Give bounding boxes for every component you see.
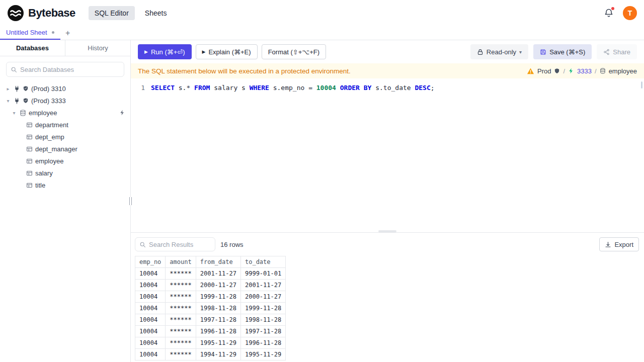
tree-item-table-employee[interactable]: employee <box>0 155 130 167</box>
sql-editor[interactable]: 1 SELECT s.* FROM salary s WHERE s.emp_n… <box>131 78 644 232</box>
column-header-to_date[interactable]: to_date <box>240 256 285 268</box>
tree-item-instance--prod-3333[interactable]: ▾(Prod) 3333 <box>0 95 130 107</box>
share-button[interactable]: Share <box>597 44 637 59</box>
sheet-tab-untitled[interactable]: Untitled Sheet <box>0 26 60 40</box>
database-link[interactable]: employee <box>609 67 637 75</box>
add-sheet-button[interactable]: + <box>60 26 75 40</box>
table-icon <box>26 122 33 128</box>
table-icon <box>26 182 33 189</box>
table-cell: 1996-11-28 <box>196 326 240 337</box>
readonly-mode-button[interactable]: Read-only ▾ <box>470 44 528 59</box>
column-header-from_date[interactable]: from_date <box>196 256 240 268</box>
bolt-icon[interactable] <box>119 110 125 116</box>
chevron-down-icon[interactable]: ▾ <box>11 110 17 116</box>
table-cell: 10004 <box>135 314 166 326</box>
table-row[interactable]: 10004******1994-11-291995-11-29 <box>135 349 286 360</box>
save-icon <box>540 49 546 55</box>
panel-split-handle[interactable] <box>378 230 396 232</box>
table-cell: ****** <box>166 280 196 291</box>
separator: / <box>563 67 565 75</box>
table-cell: 1999-11-28 <box>240 303 285 314</box>
toolbar-right: Read-only ▾ Save (⌘+S) <box>470 44 637 59</box>
table-cell: 2000-11-27 <box>240 291 285 303</box>
export-button[interactable]: Export <box>599 237 639 251</box>
tree-item-table-dept-manager[interactable]: dept_manager <box>0 143 130 155</box>
tree-item-table-dept-emp[interactable]: dept_emp <box>0 131 130 143</box>
unsaved-indicator-dot <box>52 31 54 34</box>
table-cell: 1999-11-28 <box>196 291 240 303</box>
table-cell: 10004 <box>135 337 166 349</box>
table-cell: 10004 <box>135 291 166 303</box>
download-icon <box>605 241 611 248</box>
tree-item-database-employee[interactable]: ▾employee <box>0 107 130 119</box>
chevron-down-icon[interactable]: ▾ <box>5 98 11 104</box>
sql-code-line[interactable]: SELECT s.* FROM salary s WHERE s.emp_no … <box>151 83 435 232</box>
table-icon <box>26 158 33 164</box>
table-cell: 9999-01-01 <box>240 268 285 280</box>
format-button[interactable]: Format (⇧+⌥+F) <box>262 44 326 59</box>
readonly-label: Read-only <box>487 48 516 56</box>
explain-button[interactable]: ▶ Explain (⌘+E) <box>196 44 258 59</box>
table-row[interactable]: 10004******1999-11-282000-11-27 <box>135 291 286 303</box>
table-icon <box>26 134 33 140</box>
column-header-amount[interactable]: amount <box>166 256 196 268</box>
table-row[interactable]: 10004******1998-11-281999-11-28 <box>135 303 286 314</box>
environment-label[interactable]: Prod <box>537 67 551 75</box>
sql-token-plain: salary s <box>210 84 249 92</box>
tree-item-label: dept_emp <box>35 133 64 141</box>
editor-scrollbar[interactable] <box>641 81 642 88</box>
share-icon <box>603 49 610 55</box>
table-cell: ****** <box>166 349 196 360</box>
table-row[interactable]: 10004******1995-11-291996-11-28 <box>135 337 286 349</box>
tab-databases[interactable]: Databases <box>0 40 65 56</box>
table-row[interactable]: 10004******2001-11-279999-01-01 <box>135 268 286 280</box>
table-row[interactable]: 10004******2000-11-272001-11-27 <box>135 280 286 291</box>
tree-item-table-title[interactable]: title <box>0 179 130 191</box>
notification-bell-button[interactable] <box>604 8 614 18</box>
sql-token-plain: ; <box>431 84 435 92</box>
chevron-right-icon[interactable]: ▸ <box>5 86 11 92</box>
table-cell: 10004 <box>135 268 166 280</box>
share-button-label: Share <box>613 48 630 56</box>
table-icon <box>26 170 33 176</box>
sql-token-keyword: ORDER BY <box>340 84 372 92</box>
table-cell: ****** <box>166 337 196 349</box>
line-number: 1 <box>131 83 151 232</box>
bytebase-logo[interactable]: Bytebase <box>7 5 75 22</box>
main-layout: Databases History ▸(Prod) 3310▾(Prod) 33… <box>0 40 644 362</box>
row-count: 16 rows <box>220 241 244 248</box>
table-row[interactable]: 10004******1997-11-281998-11-28 <box>135 314 286 326</box>
instance-link[interactable]: 3333 <box>577 67 592 75</box>
tree-item-table-department[interactable]: department <box>0 119 130 131</box>
nav-sheets[interactable]: Sheets <box>139 6 173 20</box>
plug-icon <box>14 85 20 92</box>
table-cell: 1996-11-28 <box>240 337 285 349</box>
bolt-icon <box>568 68 574 74</box>
table-cell: 10004 <box>135 349 166 360</box>
tree-item-instance--prod-3310[interactable]: ▸(Prod) 3310 <box>0 82 130 95</box>
lock-icon <box>477 49 484 55</box>
table-cell: 1995-11-29 <box>196 337 240 349</box>
table-row[interactable]: 10004******1996-11-281997-11-28 <box>135 326 286 337</box>
editor-toolbar: ▶ Run (⌘+⏎) ▶ Explain (⌘+E) Format (⇧+⌥+… <box>131 40 644 63</box>
table-cell: 10004 <box>135 280 166 291</box>
run-button[interactable]: ▶ Run (⌘+⏎) <box>138 44 192 59</box>
play-icon: ▶ <box>202 50 206 54</box>
separator: / <box>595 67 597 75</box>
sql-token-number: 10004 <box>316 84 336 92</box>
avatar[interactable]: T <box>623 6 637 20</box>
tree-item-table-salary[interactable]: salary <box>0 167 130 179</box>
tab-history[interactable]: History <box>65 40 130 56</box>
nav-sql-editor[interactable]: SQL Editor <box>89 6 135 20</box>
table-cell: 1998-11-28 <box>196 303 240 314</box>
protected-environment-banner: The SQL statement below will be executed… <box>131 63 644 78</box>
export-button-label: Export <box>614 241 633 248</box>
results-header: 16 rows Export <box>131 233 644 256</box>
table-cell: 10004 <box>135 303 166 314</box>
tree-item-label: salary <box>35 169 53 177</box>
column-header-emp_no[interactable]: emp_no <box>135 256 166 268</box>
search-databases-input[interactable] <box>20 66 120 73</box>
save-button[interactable]: Save (⌘+S) <box>533 44 592 59</box>
tree-item-label: (Prod) 3333 <box>31 97 66 105</box>
shield-icon <box>23 85 29 92</box>
